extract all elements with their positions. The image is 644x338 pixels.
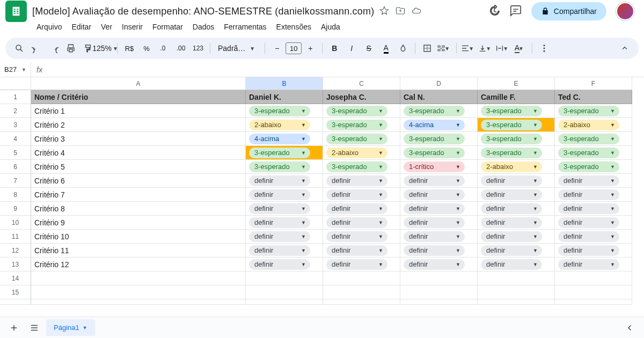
data-cell[interactable]: 3-esperado▼ xyxy=(555,160,632,174)
data-cell[interactable]: definir▼ xyxy=(478,230,555,244)
criteria-label[interactable]: Critério 1 xyxy=(31,104,246,118)
data-cell[interactable]: 3-esperado▼ xyxy=(478,146,555,160)
rating-chip[interactable]: definir▼ xyxy=(326,203,387,214)
data-cell[interactable]: definir▼ xyxy=(246,258,323,271)
rating-chip[interactable]: definir▼ xyxy=(326,231,387,242)
merge-icon[interactable]: ▼ xyxy=(437,41,452,56)
increase-font-icon[interactable]: + xyxy=(303,41,318,56)
rating-chip[interactable]: 3-esperado▼ xyxy=(249,148,310,158)
criteria-label[interactable]: Critério 3 xyxy=(31,132,246,146)
zoom-select[interactable]: 125%▼ xyxy=(98,41,113,56)
data-cell[interactable]: definir▼ xyxy=(246,244,323,258)
data-cell[interactable]: 3-esperado▼ xyxy=(323,118,400,132)
criteria-label[interactable] xyxy=(31,271,246,285)
data-cell[interactable]: definir▼ xyxy=(323,188,400,202)
data-cell[interactable]: definir▼ xyxy=(400,202,478,216)
data-cell[interactable]: definir▼ xyxy=(478,258,555,271)
data-cell[interactable]: definir▼ xyxy=(478,174,555,188)
rating-chip[interactable]: 2-abaixo▼ xyxy=(326,148,387,158)
row-header-10[interactable]: 10 xyxy=(0,216,31,230)
rating-chip[interactable]: definir▼ xyxy=(481,189,542,200)
data-cell[interactable]: 2-abaixo▼ xyxy=(323,146,400,160)
data-cell[interactable]: definir▼ xyxy=(323,230,400,244)
rating-chip[interactable]: definir▼ xyxy=(558,217,619,228)
rating-chip[interactable]: 3-esperado▼ xyxy=(326,161,387,172)
data-cell[interactable]: definir▼ xyxy=(246,174,323,188)
menu-arquivo[interactable]: Arquivo xyxy=(32,20,66,33)
rating-chip[interactable]: definir▼ xyxy=(558,175,619,186)
data-cell[interactable]: definir▼ xyxy=(478,244,555,258)
rating-chip[interactable]: definir▼ xyxy=(558,189,619,200)
row-header-12[interactable]: 12 xyxy=(0,244,31,258)
row-header-2[interactable]: 2 xyxy=(0,104,31,118)
col-header-A[interactable]: A xyxy=(31,77,246,90)
data-cell[interactable]: 2-abaixo▼ xyxy=(555,118,632,132)
row-header-16[interactable] xyxy=(0,299,31,305)
rating-chip[interactable]: 1-crítico▼ xyxy=(404,161,465,172)
data-cell[interactable]: definir▼ xyxy=(555,244,632,258)
rating-chip[interactable]: definir▼ xyxy=(249,245,310,256)
account-avatar[interactable] xyxy=(616,2,634,20)
rating-chip[interactable]: definir▼ xyxy=(249,203,310,214)
data-cell[interactable]: definir▼ xyxy=(246,230,323,244)
data-cell[interactable]: 3-esperado▼ xyxy=(323,104,400,118)
add-sheet-icon[interactable] xyxy=(5,319,23,336)
row-header-3[interactable]: 3 xyxy=(0,118,31,132)
col-header-B[interactable]: B xyxy=(246,77,323,90)
criteria-label[interactable]: Critério 2 xyxy=(31,118,246,132)
data-cell[interactable] xyxy=(555,299,632,305)
data-cell[interactable]: 3-esperado▼ xyxy=(323,160,400,174)
rating-chip[interactable]: definir▼ xyxy=(249,189,310,200)
data-cell[interactable]: definir▼ xyxy=(323,174,400,188)
row-header-13[interactable]: 13 xyxy=(0,258,31,271)
data-cell[interactable]: 3-esperado▼ xyxy=(478,132,555,146)
data-cell[interactable]: 3-esperado▼ xyxy=(400,146,478,160)
criteria-label[interactable]: Critério 12 xyxy=(31,258,246,271)
rating-chip[interactable]: 3-esperado▼ xyxy=(404,134,465,144)
rating-chip[interactable]: 3-esperado▼ xyxy=(249,161,310,172)
row-header-14[interactable]: 14 xyxy=(0,271,31,285)
header-cell[interactable]: Ted C. xyxy=(555,90,632,104)
criteria-label[interactable]: Critério 9 xyxy=(31,216,246,230)
document-title[interactable]: [Modelo] Avaliação de desempenho: ANO-SE… xyxy=(32,6,374,17)
col-header-D[interactable]: D xyxy=(400,77,478,90)
rating-chip[interactable]: 3-esperado▼ xyxy=(404,148,465,158)
data-cell[interactable]: definir▼ xyxy=(323,258,400,271)
name-box[interactable]: B27▼ xyxy=(0,62,31,77)
rating-chip[interactable]: 3-esperado▼ xyxy=(249,106,310,116)
data-cell[interactable]: 2-abaixo▼ xyxy=(246,118,323,132)
rating-chip[interactable]: 4-acima▼ xyxy=(404,120,465,130)
data-cell[interactable] xyxy=(323,299,400,305)
rating-chip[interactable]: definir▼ xyxy=(326,259,387,270)
data-cell[interactable]: definir▼ xyxy=(323,244,400,258)
data-cell[interactable] xyxy=(478,285,555,299)
data-cell[interactable]: definir▼ xyxy=(478,216,555,230)
rating-chip[interactable]: 2-abaixo▼ xyxy=(249,120,310,130)
data-cell[interactable]: 3-esperado▼ xyxy=(555,146,632,160)
rating-chip[interactable]: definir▼ xyxy=(249,231,310,242)
h-align-icon[interactable]: ▼ xyxy=(461,41,476,56)
data-cell[interactable]: definir▼ xyxy=(323,202,400,216)
collapse-toolbar-icon[interactable] xyxy=(617,41,632,56)
rating-chip[interactable]: 3-esperado▼ xyxy=(558,134,619,144)
data-cell[interactable] xyxy=(400,285,478,299)
data-cell[interactable]: definir▼ xyxy=(400,216,478,230)
rating-chip[interactable]: definir▼ xyxy=(404,259,465,270)
rating-chip[interactable]: definir▼ xyxy=(404,203,465,214)
data-cell[interactable]: definir▼ xyxy=(400,258,478,271)
share-button[interactable]: Compartilhar xyxy=(531,2,606,20)
fill-color-icon[interactable] xyxy=(396,41,411,56)
wrap-icon[interactable]: ▼ xyxy=(495,41,510,56)
rating-chip[interactable]: definir▼ xyxy=(481,231,542,242)
header-cell[interactable]: Nome / Critério xyxy=(31,90,246,104)
data-cell[interactable] xyxy=(555,271,632,285)
italic-icon[interactable]: I xyxy=(344,41,359,56)
data-cell[interactable]: 1-crítico▼ xyxy=(400,160,478,174)
data-cell[interactable]: definir▼ xyxy=(555,188,632,202)
data-cell[interactable]: 3-esperado▼ xyxy=(400,132,478,146)
data-cell[interactable]: 4-acima▼ xyxy=(400,118,478,132)
decrease-font-icon[interactable]: − xyxy=(269,41,284,56)
all-sheets-icon[interactable] xyxy=(26,319,43,336)
rating-chip[interactable]: definir▼ xyxy=(404,231,465,242)
data-cell[interactable] xyxy=(31,299,246,305)
